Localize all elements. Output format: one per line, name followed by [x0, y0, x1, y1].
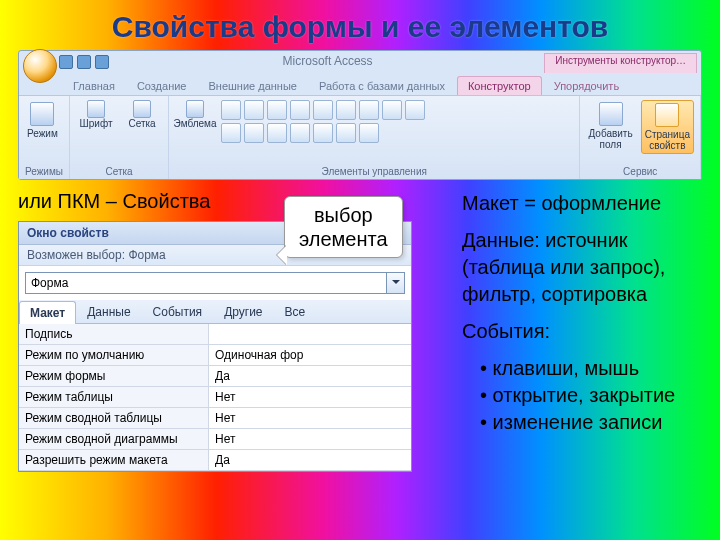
logo-icon [186, 100, 204, 118]
prop-key: Режим формы [19, 366, 209, 386]
prop-row: Режим сводной таблицыНет [19, 408, 411, 429]
group-font: Шрифт Сетка Сетка [70, 96, 169, 179]
ribbon-tabs: Главная Создание Внешние данные Работа с… [19, 73, 701, 95]
control-item[interactable] [336, 123, 356, 143]
prop-key: Разрешить режим макета [19, 450, 209, 470]
app-name: Microsoft Access [115, 51, 540, 73]
prop-value[interactable]: Нет [209, 408, 411, 428]
prop-value[interactable]: Да [209, 450, 411, 470]
prop-key: Подпись [19, 324, 209, 344]
prop-row: Режим сводной диаграммыНет [19, 429, 411, 450]
tab-design[interactable]: Конструктор [457, 76, 542, 95]
save-icon[interactable] [59, 55, 73, 69]
mode-button[interactable]: Режим [25, 100, 60, 141]
control-item[interactable] [313, 123, 333, 143]
property-sheet-button[interactable]: Страница свойств [641, 100, 694, 154]
element-selector [19, 266, 411, 300]
tab-create[interactable]: Создание [127, 77, 197, 95]
prop-value[interactable]: Да [209, 366, 411, 386]
font-button[interactable]: Шрифт [76, 100, 116, 129]
control-item[interactable] [382, 100, 402, 120]
contextual-group-label: Инструменты конструктор… [544, 53, 697, 73]
tab-home[interactable]: Главная [63, 77, 125, 95]
callout-bubble: выбор элемента [284, 196, 403, 258]
tab-external[interactable]: Внешние данные [199, 77, 307, 95]
callout-line1: выбор [299, 203, 388, 227]
prop-row: Подпись [19, 324, 411, 345]
property-sheet-label: Страница свойств [645, 129, 690, 151]
access-window: Microsoft Access Инструменты конструктор… [18, 50, 702, 180]
tab-arrange[interactable]: Упорядочить [544, 77, 629, 95]
propsheet-tabs: Макет Данные События Другие Все [19, 300, 411, 324]
group-service-label: Сервис [586, 164, 694, 177]
note-event-item: изменение записи [480, 409, 702, 436]
add-fields-label: Добавить поля [588, 128, 632, 150]
propsheet-tab-all[interactable]: Все [274, 300, 317, 323]
control-item[interactable] [221, 123, 241, 143]
note-event-item: открытие, закрытие [480, 382, 702, 409]
propsheet-grid: Подпись Режим по умолчаниюОдиночная фор … [19, 324, 411, 471]
control-item[interactable] [405, 100, 425, 120]
control-item[interactable] [336, 100, 356, 120]
control-item[interactable] [267, 100, 287, 120]
note-data: Данные: источник (таблица или запрос), ф… [462, 227, 702, 308]
ribbon-body: Режим Режимы Шрифт Сетка Сетка Эмблема Э… [19, 95, 701, 179]
grid-label: Сетка [128, 118, 155, 129]
property-sheet-window: Окно свойств Возможен выбор: Форма Макет… [18, 221, 412, 472]
prop-row: Разрешить режим макетаДа [19, 450, 411, 471]
combo-dropdown-button[interactable] [387, 272, 405, 294]
prop-value[interactable]: Нет [209, 387, 411, 407]
tab-dbtools[interactable]: Работа с базами данных [309, 77, 455, 95]
prop-key: Режим сводной диаграммы [19, 429, 209, 449]
control-item[interactable] [244, 100, 264, 120]
quick-access-toolbar [53, 51, 115, 73]
slide-title: Свойства формы и ее элементов [0, 0, 720, 50]
group-grid-label: Сетка [76, 164, 162, 177]
note-layout: Макет = оформление [462, 190, 702, 217]
property-sheet-icon [655, 103, 679, 127]
element-combo-input[interactable] [25, 272, 387, 294]
propsheet-tab-data[interactable]: Данные [76, 300, 141, 323]
chevron-down-icon [392, 280, 400, 288]
propsheet-tab-other[interactable]: Другие [213, 300, 273, 323]
group-modes-label: Режимы [25, 164, 63, 177]
control-item[interactable] [359, 100, 379, 120]
group-service: Добавить поля Страница свойств Сервис [580, 96, 701, 179]
control-item[interactable] [244, 123, 264, 143]
prop-value[interactable]: Одиночная фор [209, 345, 411, 365]
note-event-item: клавиши, мышь [480, 355, 702, 382]
add-fields-icon [599, 102, 623, 126]
redo-icon[interactable] [95, 55, 109, 69]
prop-key: Режим сводной таблицы [19, 408, 209, 428]
control-item[interactable] [267, 123, 287, 143]
font-icon [87, 100, 105, 118]
titlebar: Microsoft Access Инструменты конструктор… [19, 51, 701, 73]
view-icon [30, 102, 54, 126]
group-controls-label: Элементы управления [175, 164, 573, 177]
group-modes: Режим Режимы [19, 96, 70, 179]
prop-value[interactable] [209, 324, 411, 344]
group-controls: Эмблема Элементы управления [169, 96, 580, 179]
control-gallery [221, 100, 431, 143]
logo-button[interactable]: Эмблема [175, 100, 215, 129]
prop-row: Режим формыДа [19, 366, 411, 387]
control-item[interactable] [290, 123, 310, 143]
prop-value[interactable]: Нет [209, 429, 411, 449]
prop-key: Режим таблицы [19, 387, 209, 407]
propsheet-tab-layout[interactable]: Макет [19, 301, 76, 324]
note-events-title: События: [462, 318, 702, 345]
font-label: Шрифт [80, 118, 113, 129]
propsheet-tab-events[interactable]: События [142, 300, 214, 323]
contextual-tab-group: Инструменты конструктор… [540, 51, 701, 73]
grid-button[interactable]: Сетка [122, 100, 162, 129]
office-button[interactable] [23, 49, 57, 83]
undo-icon[interactable] [77, 55, 91, 69]
control-item[interactable] [290, 100, 310, 120]
callout-line2: элемента [299, 227, 388, 251]
control-item[interactable] [221, 100, 241, 120]
add-fields-button[interactable]: Добавить поля [586, 100, 634, 152]
logo-label: Эмблема [174, 118, 217, 129]
control-item[interactable] [313, 100, 333, 120]
prop-key: Режим по умолчанию [19, 345, 209, 365]
control-item[interactable] [359, 123, 379, 143]
